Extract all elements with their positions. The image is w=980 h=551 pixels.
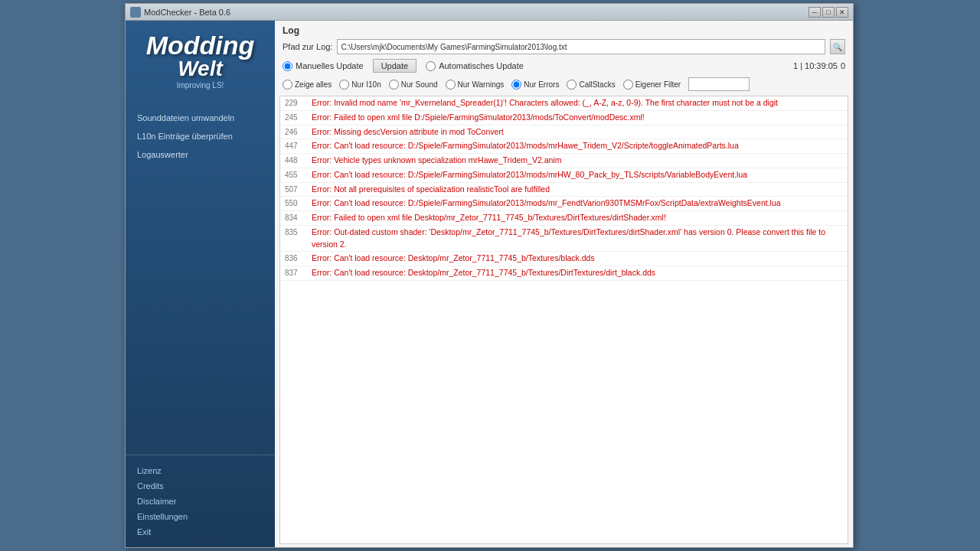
count-badge: 0 <box>841 61 845 70</box>
minimize-button[interactable]: ─ <box>808 7 821 18</box>
filter-zeige-alles: Zeige alles <box>283 80 332 90</box>
sidebar-item-sounddateien[interactable]: Sounddateien umwandeln <box>126 109 275 127</box>
table-row: 550Error: Can't load resource: D:/Spiele… <box>280 197 848 211</box>
filter-label-warnings: Nur Warnings <box>458 80 505 89</box>
log-header: Log <box>275 21 853 37</box>
table-row: 837Error: Can't load resource: Desktop/m… <box>280 266 848 281</box>
log-line-number: 447 <box>285 140 312 152</box>
log-line-number: 836 <box>285 253 312 264</box>
radio-manual[interactable] <box>283 61 292 71</box>
filter-eigener: Eigener Filter <box>623 80 681 90</box>
log-message: Error: Vehicle types unknown specializat… <box>312 155 843 167</box>
window-title: ModChecker - Beta 0.6 <box>144 8 230 17</box>
app-icon <box>130 7 141 18</box>
logo-modding: Modding <box>133 32 267 58</box>
filter-i10n: Nur I10n <box>339 80 381 90</box>
filter-label-callstacks: CallStacks <box>579 80 615 89</box>
filter-radio-i10n[interactable] <box>339 80 349 90</box>
radio-manual-group: Manuelles Update <box>283 61 364 71</box>
log-message: Error: Can't load resource: D:/Spiele/Fa… <box>312 140 843 152</box>
log-content[interactable]: 229Error: Invalid mod name 'mr_Kvernelan… <box>279 96 848 544</box>
log-path-row: Pfad zur Log: 🔍 <box>275 37 853 56</box>
timestamp: 1 | 10:39:05 <box>793 61 838 70</box>
log-line-number: 550 <box>285 197 312 209</box>
table-row: 455Error: Can't load resource: D:/Spiele… <box>280 168 848 183</box>
filter-warnings: Nur Warnings <box>446 80 505 90</box>
log-message: Error: Can't load resource: D:/Spiele/Fa… <box>312 197 843 210</box>
filter-row: Zeige alles Nur I10n Nur Sound Nur Warni… <box>275 76 853 93</box>
filter-label-i10n: Nur I10n <box>351 80 381 89</box>
log-message: Error: Failed to open xml file D:/Spiele… <box>312 112 843 124</box>
log-message: Error: Out-dated custom shader: 'Desktop… <box>312 227 843 251</box>
filter-radio-zeige-alles[interactable] <box>283 80 292 90</box>
filter-radio-sound[interactable] <box>389 80 399 90</box>
sidebar: Modding Welt Improving LS! Sounddateien … <box>126 21 275 547</box>
filter-sound: Nur Sound <box>389 80 438 90</box>
log-path-label: Pfad zur Log: <box>283 42 332 51</box>
log-line-number: 229 <box>285 97 312 109</box>
log-line-number: 246 <box>285 126 312 138</box>
log-line-number: 245 <box>285 112 312 123</box>
table-row: 836Error: Can't load resource: Desktop/m… <box>280 252 848 266</box>
log-message: Error: Invalid mod name 'mr_Kverneland_S… <box>312 97 843 109</box>
timestamp-area: 1 | 10:39:05 0 <box>793 61 845 70</box>
log-message: Error: Not all prerequisites of speciali… <box>312 184 843 196</box>
title-controls: ─ □ ✕ <box>808 7 848 18</box>
close-button[interactable]: ✕ <box>836 7 848 18</box>
log-message: Error: Missing descVersion attribute in … <box>312 126 843 139</box>
filter-callstacks: CallStacks <box>567 80 615 90</box>
log-path-search-button[interactable]: 🔍 <box>830 39 845 54</box>
log-message: Error: Failed to open xml file Desktop/m… <box>312 212 843 224</box>
footer-einstellungen[interactable]: Einstellungen <box>126 509 275 524</box>
right-panel: Log Pfad zur Log: 🔍 Manuelles Update Upd… <box>275 21 853 547</box>
logo-area: Modding Welt Improving LS! <box>126 21 275 101</box>
radio-manual-label: Manuelles Update <box>296 61 364 70</box>
log-message: Error: Can't load resource: Desktop/mr_Z… <box>312 253 843 265</box>
filter-label-sound: Nur Sound <box>401 80 438 89</box>
logo-welt: Welt <box>133 58 267 80</box>
log-line-number: 507 <box>285 184 312 195</box>
radio-auto[interactable] <box>426 61 436 71</box>
nav-items: Sounddateien umwandeln L10n Einträge übe… <box>126 101 275 455</box>
sidebar-item-l10n[interactable]: L10n Einträge überprüfen <box>126 127 275 145</box>
log-line-number: 455 <box>285 169 312 181</box>
log-path-input[interactable] <box>337 39 825 54</box>
log-message: Error: Can't load resource: Desktop/mr_Z… <box>312 267 843 279</box>
table-row: 246Error: Missing descVersion attribute … <box>280 126 848 140</box>
footer-credits[interactable]: Credits <box>126 478 275 494</box>
filter-errors: Nur Errors <box>511 80 559 90</box>
logo-tagline: Improving LS! <box>133 81 267 90</box>
maximize-button[interactable]: □ <box>822 7 835 18</box>
update-button[interactable]: Update <box>373 59 416 73</box>
filter-radio-warnings[interactable] <box>446 80 456 90</box>
log-line-number: 448 <box>285 155 312 166</box>
table-row: 834Error: Failed to open xml file Deskto… <box>280 211 848 226</box>
log-line-number: 835 <box>285 227 312 238</box>
table-row: 245Error: Failed to open xml file D:/Spi… <box>280 111 848 126</box>
table-row: 229Error: Invalid mod name 'mr_Kvernelan… <box>280 96 848 111</box>
filter-label-errors: Nur Errors <box>524 80 559 89</box>
table-row: 835Error: Out-dated custom shader: 'Desk… <box>280 226 848 253</box>
footer-exit[interactable]: Exit <box>126 524 275 540</box>
log-line-number: 834 <box>285 212 312 223</box>
sidebar-item-logauswerter[interactable]: Logauswerter <box>126 145 275 164</box>
footer-lizenz[interactable]: Lizenz <box>126 463 275 478</box>
filter-radio-callstacks[interactable] <box>567 80 577 90</box>
app-window: ModChecker - Beta 0.6 ─ □ ✕ Modding Welt… <box>125 3 854 548</box>
filter-radio-eigener[interactable] <box>623 80 633 90</box>
filter-radio-errors[interactable] <box>511 80 521 90</box>
table-row: 447Error: Can't load resource: D:/Spiele… <box>280 139 848 154</box>
radio-auto-label: Automatisches Update <box>439 61 524 70</box>
filter-label-zeige-alles: Zeige alles <box>295 80 332 89</box>
log-message: Error: Can't load resource: D:/Spiele/Fa… <box>312 169 843 181</box>
table-row: 507Error: Not all prerequisites of speci… <box>280 183 848 197</box>
footer-disclaimer[interactable]: Disclaimer <box>126 494 275 509</box>
main-content: Modding Welt Improving LS! Sounddateien … <box>126 21 853 547</box>
table-row: 448Error: Vehicle types unknown speciali… <box>280 154 848 168</box>
title-bar: ModChecker - Beta 0.6 ─ □ ✕ <box>126 4 853 21</box>
filter-label-eigener: Eigener Filter <box>635 80 681 89</box>
radio-auto-group: Automatisches Update <box>426 61 524 71</box>
controls-row: Manuelles Update Update Automatisches Up… <box>275 56 853 76</box>
log-line-number: 837 <box>285 267 312 279</box>
filter-text-input[interactable] <box>688 77 750 91</box>
